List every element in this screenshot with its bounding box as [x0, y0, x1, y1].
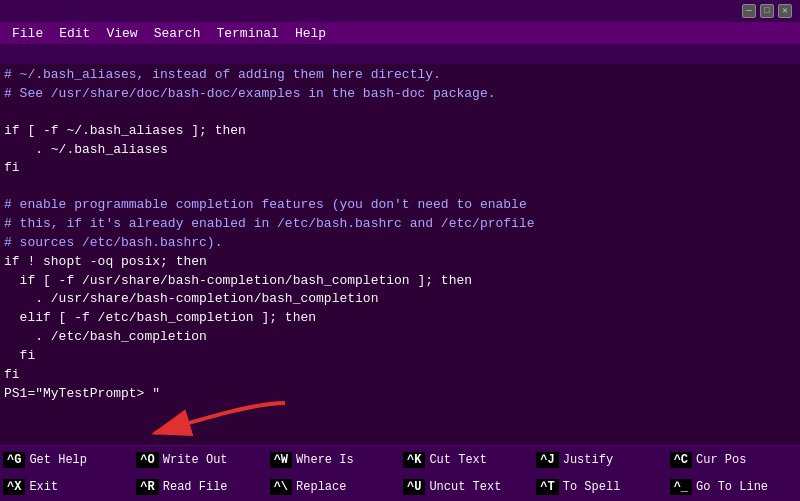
minimize-button[interactable]: ─ [742, 4, 756, 18]
shortcut-item[interactable]: ^UUncut Text [400, 474, 533, 502]
shortcut-key: ^R [136, 479, 158, 495]
shortcut-key: ^T [536, 479, 558, 495]
shortcut-key: ^W [270, 452, 292, 468]
shortcut-key: ^J [536, 452, 558, 468]
shortcut-item[interactable]: ^_Go To Line [667, 474, 800, 502]
shortcut-item[interactable]: ^JJustify [533, 446, 666, 474]
window-controls[interactable]: ─ □ ✕ [742, 4, 792, 18]
shortcut-bar: ^GGet Help^OWrite Out^WWhere Is^KCut Tex… [0, 445, 800, 501]
editor-line: . /usr/share/bash-completion/bash_comple… [4, 290, 796, 309]
shortcut-row-1: ^GGet Help^OWrite Out^WWhere Is^KCut Tex… [0, 446, 800, 474]
close-button[interactable]: ✕ [778, 4, 792, 18]
shortcut-key: ^K [403, 452, 425, 468]
editor-line: if [ -f /usr/share/bash-completion/bash_… [4, 272, 796, 291]
shortcut-key: ^_ [670, 479, 692, 495]
menu-item-search[interactable]: Search [146, 25, 209, 42]
shortcut-item[interactable]: ^XExit [0, 474, 133, 502]
menu-item-edit[interactable]: Edit [51, 25, 98, 42]
shortcut-item[interactable]: ^\Replace [267, 474, 400, 502]
shortcut-label: Get Help [29, 453, 87, 467]
editor-line: fi [4, 347, 796, 366]
shortcut-item[interactable]: ^WWhere Is [267, 446, 400, 474]
shortcut-label: Replace [296, 480, 346, 494]
editor-line: fi [4, 366, 796, 385]
editor-line: elif [ -f /etc/bash_completion ]; then [4, 309, 796, 328]
shortcut-key: ^U [403, 479, 425, 495]
shortcut-key: ^\ [270, 479, 292, 495]
menu-item-terminal[interactable]: Terminal [208, 25, 286, 42]
editor[interactable]: # ~/.bash_aliases, instead of adding the… [0, 64, 800, 445]
editor-line: # ~/.bash_aliases, instead of adding the… [4, 66, 796, 85]
shortcut-item[interactable]: ^CCur Pos [667, 446, 800, 474]
editor-line: if ! shopt -oq posix; then [4, 253, 796, 272]
shortcut-label: To Spell [563, 480, 621, 494]
editor-line: . ~/.bash_aliases [4, 141, 796, 160]
editor-line: # this, if it's already enabled in /etc/… [4, 215, 796, 234]
shortcut-item[interactable]: ^GGet Help [0, 446, 133, 474]
editor-line: # enable programmable completion feature… [4, 196, 796, 215]
shortcut-item[interactable]: ^OWrite Out [133, 446, 266, 474]
shortcut-label: Read File [163, 480, 228, 494]
shortcut-item[interactable]: ^RRead File [133, 474, 266, 502]
shortcut-key: ^X [3, 479, 25, 495]
editor-line: fi [4, 159, 796, 178]
shortcut-item[interactable]: ^TTo Spell [533, 474, 666, 502]
editor-line: # See /usr/share/doc/bash-doc/examples i… [4, 85, 796, 104]
shortcut-key: ^G [3, 452, 25, 468]
editor-line [4, 178, 796, 196]
shortcut-label: Exit [29, 480, 58, 494]
maximize-button[interactable]: □ [760, 4, 774, 18]
shortcut-label: Cur Pos [696, 453, 746, 467]
nano-infobar [0, 44, 800, 64]
titlebar: ─ □ ✕ [0, 0, 800, 22]
editor-line [4, 104, 796, 122]
editor-line: PS1="MyTestPrompt> " [4, 385, 796, 404]
editor-line: if [ -f ~/.bash_aliases ]; then [4, 122, 796, 141]
editor-line: # sources /etc/bash.bashrc). [4, 234, 796, 253]
menubar: FileEditViewSearchTerminalHelp [0, 22, 800, 44]
shortcut-label: Go To Line [696, 480, 768, 494]
shortcut-key: ^C [670, 452, 692, 468]
shortcut-label: Write Out [163, 453, 228, 467]
shortcut-item[interactable]: ^KCut Text [400, 446, 533, 474]
shortcut-label: Uncut Text [429, 480, 501, 494]
shortcut-key: ^O [136, 452, 158, 468]
shortcut-label: Cut Text [429, 453, 487, 467]
menu-item-file[interactable]: File [4, 25, 51, 42]
editor-line: . /etc/bash_completion [4, 328, 796, 347]
shortcut-row-2: ^XExit^RRead File^\Replace^UUncut Text^T… [0, 474, 800, 502]
shortcut-label: Where Is [296, 453, 354, 467]
shortcut-label: Justify [563, 453, 613, 467]
menu-item-help[interactable]: Help [287, 25, 334, 42]
menu-item-view[interactable]: View [98, 25, 145, 42]
